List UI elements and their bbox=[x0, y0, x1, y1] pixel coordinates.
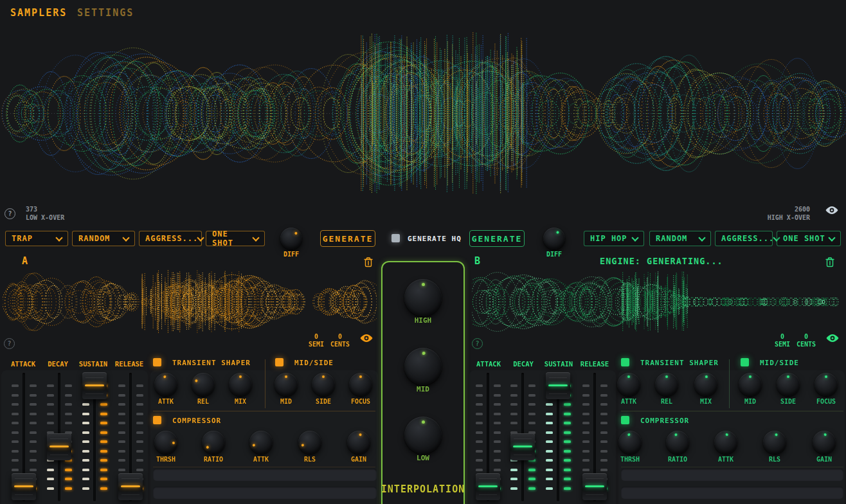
generate-button-b[interactable]: GENERATE bbox=[469, 230, 525, 247]
ratio-label: RATIO bbox=[668, 456, 687, 463]
side-knob-b[interactable] bbox=[777, 373, 800, 396]
help-icon[interactable]: ? bbox=[4, 208, 15, 219]
semi-value-a[interactable]: 0 bbox=[307, 333, 325, 340]
fader-handle-release[interactable] bbox=[582, 473, 607, 500]
tab-samplers[interactable]: SAMPLERS bbox=[10, 7, 67, 19]
compressor-checkbox-b[interactable] bbox=[621, 416, 629, 424]
sample-a-waveform[interactable] bbox=[3, 265, 377, 338]
generate-button-a[interactable]: GENERATE bbox=[320, 230, 375, 247]
low-xover-value[interactable]: 373 bbox=[26, 206, 37, 213]
interpolation-mid-knob[interactable] bbox=[404, 348, 442, 385]
diff-knob-b[interactable] bbox=[543, 228, 565, 249]
fader-tick bbox=[82, 431, 89, 434]
knob-indicator bbox=[349, 373, 372, 396]
semi-value-b[interactable]: 0 bbox=[773, 333, 791, 340]
transient-release-knob-a[interactable] bbox=[192, 373, 215, 396]
divider bbox=[729, 359, 730, 408]
chevron-down-icon bbox=[631, 234, 638, 241]
comp-ratio-knob-a[interactable] bbox=[202, 431, 225, 454]
fader-tick bbox=[65, 403, 72, 406]
fader-tick bbox=[564, 403, 571, 406]
dropdown-value: RANDOM bbox=[656, 234, 687, 243]
fader-tick bbox=[47, 394, 54, 397]
character-dropdown-a[interactable]: AGGRESS... bbox=[139, 231, 202, 246]
fader-handle-release[interactable] bbox=[118, 473, 143, 500]
focus-knob-a[interactable] bbox=[349, 373, 372, 396]
mode-dropdown-b[interactable]: RANDOM bbox=[649, 231, 711, 246]
transient-attack-knob-a[interactable] bbox=[154, 373, 177, 396]
transient-mix-knob-a[interactable] bbox=[229, 373, 252, 396]
mode-dropdown-a[interactable]: RANDOM bbox=[72, 231, 135, 246]
compressor-checkbox-a[interactable] bbox=[153, 416, 161, 424]
genre-dropdown-b[interactable]: HIP HOP bbox=[584, 231, 644, 246]
playback-dropdown-b[interactable]: ONE SHOT bbox=[777, 231, 841, 246]
dropdown-value: TRAP bbox=[12, 234, 33, 243]
transient-shaper-checkbox-a[interactable] bbox=[153, 358, 161, 366]
comp-rls-knob-a[interactable] bbox=[298, 431, 321, 454]
cents-value-b[interactable]: 0 bbox=[795, 333, 818, 340]
fader-handle-decay[interactable] bbox=[510, 433, 535, 460]
fader-tick bbox=[546, 478, 553, 480]
help-icon-b[interactable]: ? bbox=[472, 338, 483, 349]
playback-dropdown-a[interactable]: ONE SHOT bbox=[206, 231, 265, 246]
text-field-b-2[interactable] bbox=[621, 487, 843, 499]
comp-ratio-knob-b[interactable] bbox=[666, 431, 689, 454]
genre-dropdown-a[interactable]: TRAP bbox=[5, 231, 68, 246]
fader-tick bbox=[82, 440, 89, 443]
eye-icon-a[interactable] bbox=[359, 334, 374, 343]
fader-tick bbox=[528, 403, 536, 406]
sample-b-waveform[interactable] bbox=[472, 265, 843, 338]
mid-knob-a[interactable] bbox=[274, 373, 298, 396]
fader-tick bbox=[546, 413, 553, 415]
knob-indicator bbox=[276, 223, 307, 254]
interpolation-high-knob[interactable] bbox=[404, 279, 442, 316]
mid-label: MID bbox=[744, 398, 756, 405]
fader-handle-sustain[interactable] bbox=[82, 372, 107, 399]
side-knob-a[interactable] bbox=[312, 373, 335, 396]
text-field-b-1[interactable] bbox=[621, 469, 843, 481]
transient-shaper-checkbox-b[interactable] bbox=[621, 358, 629, 366]
generate-hq-checkbox[interactable] bbox=[392, 234, 400, 242]
transient-attack-knob-b[interactable] bbox=[617, 373, 640, 396]
text-field-a-1[interactable] bbox=[153, 469, 377, 481]
comp-attk-knob-a[interactable] bbox=[249, 431, 273, 454]
character-dropdown-b[interactable]: AGGRESS... bbox=[715, 231, 773, 246]
high-xover-value[interactable]: 2600 bbox=[795, 206, 810, 213]
fader-tick bbox=[546, 487, 553, 490]
cents-value-a[interactable]: 0 bbox=[328, 333, 352, 340]
transient-mix-knob-b[interactable] bbox=[694, 373, 717, 396]
eye-icon-b[interactable] bbox=[825, 334, 840, 343]
focus-label: FOCUS bbox=[816, 398, 836, 405]
fader-handle-sustain[interactable] bbox=[546, 372, 570, 399]
fader-handle-decay[interactable] bbox=[47, 433, 71, 460]
fader-handle-attack[interactable] bbox=[12, 473, 36, 500]
help-icon-a[interactable]: ? bbox=[4, 338, 15, 349]
comp-rls-knob-b[interactable] bbox=[763, 431, 786, 454]
midside-checkbox-a[interactable] bbox=[275, 358, 284, 366]
comp-gain-knob-a[interactable] bbox=[347, 431, 370, 454]
comp-thrsh-knob-b[interactable] bbox=[618, 431, 642, 454]
dropdown-value: ONE SHOT bbox=[212, 230, 253, 248]
comp-attk-knob-b[interactable] bbox=[714, 431, 737, 454]
fader-tick bbox=[47, 487, 54, 490]
comp-gain-knob-b[interactable] bbox=[813, 431, 836, 454]
fader-tick bbox=[494, 469, 501, 471]
mid-knob-b[interactable] bbox=[739, 373, 762, 396]
thrsh-label: THRSH bbox=[156, 456, 176, 463]
fader-tick bbox=[510, 487, 518, 490]
diff-knob-a[interactable] bbox=[280, 228, 302, 249]
interpolation-low-knob[interactable] bbox=[404, 417, 442, 454]
text-field-a-2[interactable] bbox=[153, 487, 377, 499]
comp-thrsh-knob-a[interactable] bbox=[154, 431, 177, 454]
fader-tick bbox=[118, 422, 125, 424]
fader-handle-attack[interactable] bbox=[476, 473, 500, 500]
focus-knob-b[interactable] bbox=[815, 373, 838, 396]
chevron-down-icon bbox=[252, 234, 259, 241]
tab-settings[interactable]: SETTINGS bbox=[77, 7, 134, 19]
transient-release-knob-b[interactable] bbox=[655, 373, 678, 396]
midside-checkbox-b[interactable] bbox=[741, 358, 749, 366]
eye-icon[interactable] bbox=[825, 206, 839, 215]
fader-tick bbox=[476, 469, 483, 471]
fader-tick bbox=[12, 422, 19, 424]
chevron-down-icon bbox=[197, 234, 204, 241]
